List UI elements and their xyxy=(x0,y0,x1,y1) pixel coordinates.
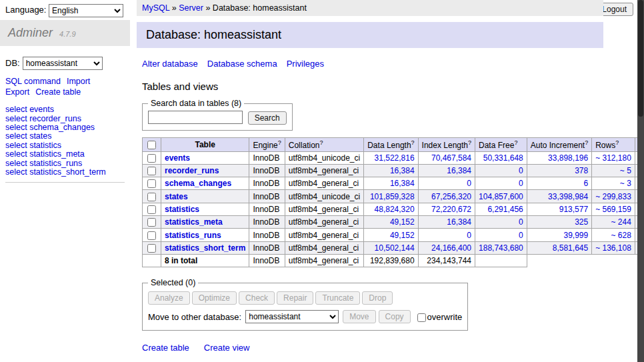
search-button[interactable]: Search xyxy=(248,111,287,125)
row-checkbox[interactable] xyxy=(147,231,156,240)
truncate-button[interactable]: Truncate xyxy=(315,291,360,305)
create-view-link[interactable]: Create view xyxy=(204,343,250,353)
breadcrumb-link-server[interactable]: Server xyxy=(179,3,203,13)
data-length-link[interactable]: 16,384 xyxy=(390,166,415,175)
row-checkbox[interactable] xyxy=(147,179,156,188)
help-link[interactable]: ? xyxy=(585,139,588,146)
adminer-logo-text[interactable]: Adminer xyxy=(8,26,53,39)
help-link[interactable]: ? xyxy=(468,139,471,146)
table-link-statistics-runs[interactable]: statistics_runs xyxy=(165,231,221,240)
index-length-link[interactable]: 0 xyxy=(467,231,471,240)
index-length-link[interactable]: 0 xyxy=(467,179,471,188)
rows-count-link[interactable]: ~ 5 xyxy=(620,166,631,175)
table-link-events[interactable]: events xyxy=(165,153,190,163)
data-length-link[interactable]: 49,152 xyxy=(390,217,415,227)
sidebar-select-statistics-short-term[interactable]: select statistics_short_term xyxy=(5,168,125,177)
data-length-link[interactable]: 10,502,144 xyxy=(375,243,415,253)
data-free-link[interactable]: 50,331,648 xyxy=(483,153,523,163)
language-select[interactable]: English xyxy=(49,4,123,17)
help-link[interactable]: ? xyxy=(411,139,415,146)
index-length-link[interactable]: 16,384 xyxy=(447,217,471,227)
index-length-link[interactable]: 72,220,672 xyxy=(431,205,471,214)
auto-increment-link[interactable]: 913,577 xyxy=(559,205,588,214)
data-free-link[interactable]: 0 xyxy=(519,217,523,227)
auto-increment-link[interactable]: 33,398,984 xyxy=(548,192,588,201)
data-length-link[interactable]: 31,522,816 xyxy=(375,153,415,163)
rows-count-link[interactable]: ~ 299,833 xyxy=(595,192,631,201)
vertical-scrollbar[interactable] xyxy=(637,0,644,362)
help-link[interactable]: ? xyxy=(615,139,619,146)
sidebar-select-statistics-runs[interactable]: select statistics_runs xyxy=(5,159,125,168)
table-link-schema-changes[interactable]: schema_changes xyxy=(165,179,231,188)
auto-increment-link[interactable]: 8,581,645 xyxy=(553,243,588,253)
data-free-link[interactable]: 0 xyxy=(519,231,523,240)
row-checkbox[interactable] xyxy=(147,244,156,253)
sidebar-select-statistics[interactable]: select statistics xyxy=(5,141,125,150)
sidebar-select-events[interactable]: select events xyxy=(5,105,125,114)
data-length-link[interactable]: 16,384 xyxy=(390,179,415,188)
breadcrumb-link-mysql[interactable]: MySQL xyxy=(142,3,169,13)
table-link-statistics-meta[interactable]: statistics_meta xyxy=(165,217,223,227)
db-select[interactable]: homeassistant xyxy=(23,57,103,70)
row-checkbox[interactable] xyxy=(147,205,156,214)
overwrite-checkbox[interactable] xyxy=(417,313,426,322)
row-checkbox[interactable] xyxy=(147,154,156,163)
table-link-states[interactable]: states xyxy=(165,192,188,201)
auto-increment-link[interactable]: 325 xyxy=(575,217,588,227)
analyze-button[interactable]: Analyze xyxy=(148,291,190,305)
row-checkbox[interactable] xyxy=(147,218,156,227)
rows-count-link[interactable]: ~ 628 xyxy=(611,231,631,240)
sidebar-select-schema-changes[interactable]: select schema_changes xyxy=(5,123,125,132)
index-length-link[interactable]: 16,384 xyxy=(447,166,471,175)
sidebar-action-export[interactable]: Export xyxy=(5,87,29,97)
help-link[interactable]: ? xyxy=(319,139,323,146)
sidebar-select-states[interactable]: select states xyxy=(5,132,125,141)
search-input[interactable] xyxy=(148,111,243,124)
sidebar-action-import[interactable]: Import xyxy=(67,77,90,86)
nav-alter-database[interactable]: Alter database xyxy=(142,59,198,69)
data-free-link[interactable]: 0 xyxy=(519,166,523,175)
rows-count-link[interactable]: ~ 312,180 xyxy=(595,153,631,163)
data-free-link[interactable]: 188,743,680 xyxy=(479,243,523,253)
help-link[interactable]: ? xyxy=(514,139,517,146)
row-checkbox[interactable] xyxy=(147,193,156,201)
rows-count-link[interactable]: ~ 569,159 xyxy=(595,205,631,214)
nav-database-schema[interactable]: Database schema xyxy=(207,59,277,69)
move-db-select[interactable]: homeassistant xyxy=(245,310,339,323)
drop-button[interactable]: Drop xyxy=(362,291,393,305)
data-free-link[interactable]: 6,291,456 xyxy=(487,205,523,214)
row-checkbox[interactable] xyxy=(147,167,156,175)
sidebar-select-statistics-meta[interactable]: select statistics_meta xyxy=(5,150,125,159)
data-length-link[interactable]: 49,152 xyxy=(390,231,415,240)
help-link[interactable]: ? xyxy=(278,139,281,146)
check-button[interactable]: Check xyxy=(239,291,275,305)
table-link-recorder-runs[interactable]: recorder_runs xyxy=(165,166,219,175)
index-length-link[interactable]: 67,256,320 xyxy=(431,192,471,201)
move-button[interactable]: Move xyxy=(343,310,375,323)
repair-button[interactable]: Repair xyxy=(277,291,313,305)
rows-count-link[interactable]: ~ 3 xyxy=(620,179,631,188)
select-all-checkbox[interactable] xyxy=(147,141,156,149)
data-free-link[interactable]: 104,857,600 xyxy=(479,192,523,201)
data-length-link[interactable]: 48,824,320 xyxy=(375,205,415,214)
auto-increment-link[interactable]: 33,898,196 xyxy=(548,153,588,163)
scrollbar-thumb[interactable] xyxy=(638,0,643,117)
rows-count-link[interactable]: ~ 244 xyxy=(611,217,631,227)
auto-increment-link[interactable]: 378 xyxy=(575,166,588,175)
sidebar-action-create-table[interactable]: Create table xyxy=(35,87,81,97)
copy-button[interactable]: Copy xyxy=(379,310,411,323)
data-free-link[interactable]: 0 xyxy=(519,179,523,188)
create-table-link[interactable]: Create table xyxy=(142,343,189,353)
auto-increment-link[interactable]: 39,999 xyxy=(563,231,588,240)
sidebar-action-sql-command[interactable]: SQL command xyxy=(5,77,61,86)
auto-increment-link[interactable]: 6 xyxy=(583,179,588,188)
optimize-button[interactable]: Optimize xyxy=(192,291,237,305)
nav-privileges[interactable]: Privileges xyxy=(287,59,324,69)
sidebar-select-recorder-runs[interactable]: select recorder_runs xyxy=(5,115,125,123)
table-link-statistics-short-term[interactable]: statistics_short_term xyxy=(165,243,245,253)
data-length-link[interactable]: 101,859,328 xyxy=(370,192,415,201)
index-length-link[interactable]: 70,467,584 xyxy=(431,153,471,163)
rows-count-link[interactable]: ~ 136,108 xyxy=(595,243,631,253)
index-length-link[interactable]: 24,166,400 xyxy=(431,243,471,253)
table-link-statistics[interactable]: statistics xyxy=(165,205,199,214)
